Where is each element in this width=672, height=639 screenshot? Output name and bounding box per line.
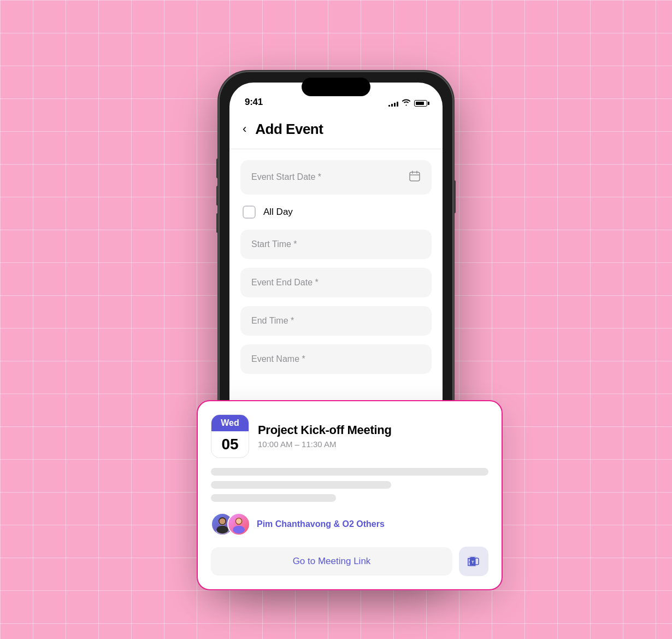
- svg-point-8: [216, 525, 228, 533]
- signal-bar-1: [388, 105, 390, 107]
- event-card: Wed 05 Project Kick-off Meeting 10:00 AM…: [197, 400, 503, 590]
- back-button[interactable]: ‹: [243, 122, 246, 136]
- battery-fill: [416, 102, 424, 105]
- skeleton-line-3: [211, 494, 336, 502]
- svg-point-11: [233, 525, 245, 533]
- signal-bar-4: [397, 102, 398, 107]
- event-end-date-field[interactable]: Event End Date *: [240, 268, 432, 297]
- teams-button[interactable]: ⊞ T: [459, 547, 488, 576]
- end-time-label: End Time *: [251, 316, 294, 326]
- avatar-2: [227, 513, 250, 536]
- all-day-checkbox[interactable]: [243, 206, 256, 219]
- svg-point-7: [220, 518, 226, 524]
- status-icons: [388, 99, 427, 108]
- skeleton-line-1: [211, 468, 488, 476]
- event-time: 10:00 AM – 11:30 AM: [258, 439, 392, 449]
- svg-text:T: T: [471, 560, 474, 565]
- event-start-date-field[interactable]: Event Start Date *: [240, 160, 432, 195]
- signal-bar-3: [394, 103, 396, 107]
- battery-icon: [414, 100, 427, 107]
- date-badge-day-label: Wed: [211, 415, 249, 431]
- wifi-icon: [402, 99, 411, 108]
- attendees-row: Pim Chanthavong & O2 Others: [211, 513, 488, 536]
- avatar-group: [211, 513, 250, 536]
- add-event-form: Event Start Date *: [229, 149, 443, 385]
- svg-rect-0: [410, 172, 420, 181]
- attendees-name: Pim Chanthavong & O2 Others: [257, 519, 385, 529]
- skeleton-lines: [211, 468, 488, 502]
- signal-bars-icon: [388, 100, 398, 107]
- all-day-row: All Day: [240, 203, 432, 221]
- event-title: Project Kick-off Meeting: [258, 423, 392, 437]
- page-title: Add Event: [255, 121, 323, 138]
- date-badge: Wed 05: [211, 414, 249, 458]
- event-name-field[interactable]: Event Name *: [240, 344, 432, 374]
- event-name-label: Event Name *: [251, 354, 305, 364]
- svg-point-10: [236, 518, 241, 524]
- app-header: ‹ Add Event: [229, 112, 443, 149]
- end-time-field[interactable]: End Time *: [240, 306, 432, 336]
- event-start-date-label: Event Start Date *: [251, 172, 321, 182]
- start-time-field[interactable]: Start Time *: [240, 230, 432, 259]
- skeleton-line-2: [211, 481, 391, 489]
- signal-bar-2: [391, 104, 393, 107]
- all-day-label: All Day: [263, 207, 293, 218]
- calendar-icon: [409, 170, 421, 185]
- event-end-date-label: Event End Date *: [251, 278, 319, 288]
- dynamic-island: [302, 78, 370, 96]
- date-badge-day-number: 05: [211, 432, 249, 458]
- event-info: Project Kick-off Meeting 10:00 AM – 11:3…: [258, 423, 392, 449]
- start-time-label: Start Time *: [251, 239, 297, 249]
- status-time: 9:41: [245, 97, 263, 108]
- event-card-header: Wed 05 Project Kick-off Meeting 10:00 AM…: [211, 414, 488, 458]
- card-footer: Go to Meeting Link ⊞ T: [211, 547, 488, 576]
- go-to-meeting-link-button[interactable]: Go to Meeting Link: [211, 547, 452, 576]
